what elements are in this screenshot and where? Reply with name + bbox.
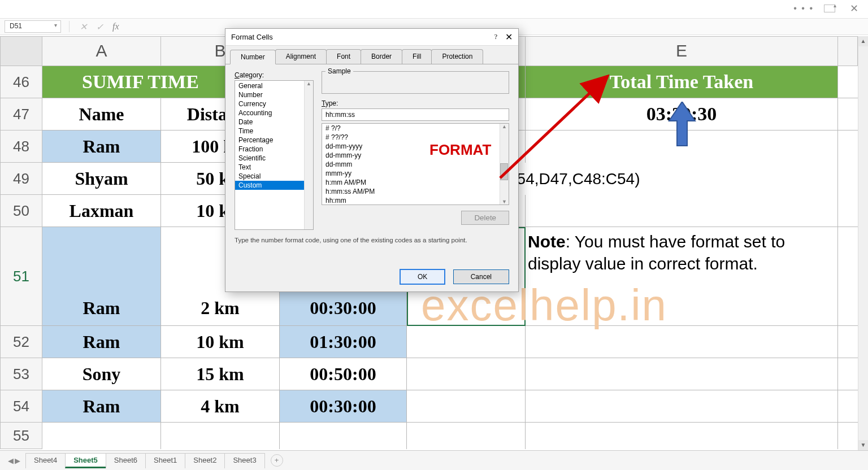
cell-a52[interactable]: Ram <box>42 326 161 358</box>
cell-b53[interactable]: 15 km <box>161 358 280 390</box>
cell-b55[interactable] <box>161 423 280 449</box>
row-number[interactable]: 49 <box>0 163 42 195</box>
sheet-tab-sheet5[interactable]: Sheet5 <box>65 453 106 468</box>
cell-d52[interactable] <box>407 326 526 358</box>
name-box[interactable]: D51 <box>5 20 61 33</box>
cell-d54[interactable] <box>407 390 526 423</box>
row-number[interactable]: 47 <box>0 98 42 130</box>
cell-f53[interactable] <box>838 358 858 390</box>
cancel-edit-icon[interactable]: ✕ <box>80 21 87 32</box>
sheet-tab-sheet4[interactable]: Sheet4 <box>25 453 66 468</box>
dialog-tab-fill[interactable]: Fill <box>402 49 432 64</box>
cell-a54[interactable]: Ram <box>42 390 161 423</box>
category-item[interactable]: Percentage <box>235 136 313 145</box>
row-number[interactable]: 52 <box>0 326 42 358</box>
cell-f52[interactable] <box>838 326 858 358</box>
category-item[interactable]: Time <box>235 127 313 136</box>
add-sheet-button[interactable]: + <box>271 454 283 467</box>
row-number[interactable]: 54 <box>0 390 42 423</box>
category-item[interactable]: Accounting <box>235 108 313 118</box>
cell-f46[interactable] <box>838 66 858 98</box>
row-number[interactable]: 55 <box>0 423 42 449</box>
cell-e52[interactable] <box>526 326 838 358</box>
cell-f51[interactable] <box>838 227 858 326</box>
cell-f48[interactable] <box>838 130 858 163</box>
row-number[interactable]: 53 <box>0 358 42 390</box>
type-item[interactable]: # ?/? <box>322 124 509 133</box>
dialog-tab-alignment[interactable]: Alignment <box>275 49 327 64</box>
col-header-a[interactable]: A <box>42 36 161 66</box>
cell-a55[interactable] <box>42 423 161 449</box>
close-icon[interactable]: ✕ <box>845 2 862 15</box>
category-item[interactable]: Custom <box>235 181 313 190</box>
col-header-blank[interactable] <box>838 36 858 66</box>
category-item[interactable]: Number <box>235 90 313 99</box>
category-item[interactable]: Special <box>235 172 313 181</box>
tab-nav-prev-icon[interactable]: ◀ <box>8 456 14 465</box>
row-number[interactable]: 50 <box>0 195 42 227</box>
cell-e50[interactable] <box>526 195 838 227</box>
tab-nav-next-icon[interactable]: ▶ <box>15 456 20 465</box>
dialog-tab-border[interactable]: Border <box>361 49 402 64</box>
cell-c54[interactable]: 00:30:00 <box>280 390 407 423</box>
row-number[interactable]: 48 <box>0 130 42 163</box>
category-item[interactable]: Currency <box>235 99 313 108</box>
type-item[interactable]: hh:mm <box>322 196 509 205</box>
category-item[interactable]: Fraction <box>235 145 313 154</box>
sheet-tab-sheet2[interactable]: Sheet2 <box>185 453 225 468</box>
category-item[interactable]: Text <box>235 163 313 172</box>
cell-d53[interactable] <box>407 358 526 390</box>
col-header-e[interactable]: E <box>526 36 838 66</box>
cancel-button[interactable]: Cancel <box>453 269 509 284</box>
ok-button[interactable]: OK <box>400 269 445 285</box>
category-listbox[interactable]: GeneralNumberCurrencyAccountingDateTimeP… <box>235 80 314 230</box>
delete-button[interactable]: Delete <box>461 211 509 225</box>
cell-f55[interactable] <box>838 423 858 449</box>
type-item[interactable]: # ??/?? <box>322 133 509 142</box>
cell-e53[interactable] <box>526 358 838 390</box>
dialog-tab-font[interactable]: Font <box>326 49 361 64</box>
sheet-tab-sheet1[interactable]: Sheet1 <box>145 453 185 468</box>
vertical-scrollbar[interactable]: ▲▼ <box>858 36 868 450</box>
sheet-tab-sheet6[interactable]: Sheet6 <box>106 453 146 468</box>
row-number[interactable]: 51 <box>0 227 42 326</box>
cell-a49[interactable]: Shyam <box>42 163 161 195</box>
cell-f54[interactable] <box>838 390 858 423</box>
category-item[interactable]: General <box>235 81 313 90</box>
type-listbox[interactable]: # ?/?# ??/??dd-mm-yyyydd-mmm-yydd-mmmmmm… <box>322 123 509 205</box>
dialog-tab-number[interactable]: Number <box>230 50 276 64</box>
dialog-title-bar[interactable]: Format Cells ? ✕ <box>225 29 518 46</box>
dialog-close-icon[interactable]: ✕ <box>505 32 513 42</box>
cell-c52[interactable]: 01:30:00 <box>280 326 407 358</box>
cell-a51[interactable]: Ram <box>42 227 161 326</box>
type-item[interactable]: dd-mmm <box>322 160 509 169</box>
category-item[interactable]: Scientific <box>235 154 313 163</box>
dialog-help-icon[interactable]: ? <box>494 33 497 41</box>
cell-d55[interactable] <box>407 423 526 449</box>
cell-b52[interactable]: 10 km <box>161 326 280 358</box>
fx-icon[interactable]: fx <box>112 21 119 32</box>
cell-a53[interactable]: Sony <box>42 358 161 390</box>
cell-a47[interactable]: Name <box>42 98 161 130</box>
type-item[interactable]: mmm-yy <box>322 169 509 178</box>
cell-a48[interactable]: Ram <box>42 130 161 163</box>
cell-f50[interactable] <box>838 195 858 227</box>
cell-f47[interactable] <box>838 98 858 130</box>
row-number[interactable]: 46 <box>0 66 42 98</box>
type-item[interactable]: h:mm AM/PM <box>322 178 509 187</box>
cell-a50[interactable]: Laxman <box>42 195 161 227</box>
cell-f49[interactable] <box>838 163 858 195</box>
cell-e54[interactable] <box>526 390 838 423</box>
type-input[interactable] <box>322 108 509 121</box>
cell-e51-note[interactable]: Note: You must have format set to displa… <box>526 227 838 326</box>
cell-c53[interactable]: 00:50:00 <box>280 358 407 390</box>
cell-e46[interactable]: Total Time Taken <box>526 66 838 98</box>
sheet-tab-sheet3[interactable]: Sheet3 <box>224 453 264 468</box>
cell-e55[interactable] <box>526 423 838 449</box>
ribbon-display-icon[interactable]: ▴ <box>824 5 835 12</box>
type-item[interactable]: h:mm:ss AM/PM <box>322 187 509 196</box>
category-item[interactable]: Date <box>235 118 313 127</box>
cell-c55[interactable] <box>280 423 407 449</box>
confirm-edit-icon[interactable]: ✓ <box>96 21 103 32</box>
cell-b54[interactable]: 4 km <box>161 390 280 423</box>
